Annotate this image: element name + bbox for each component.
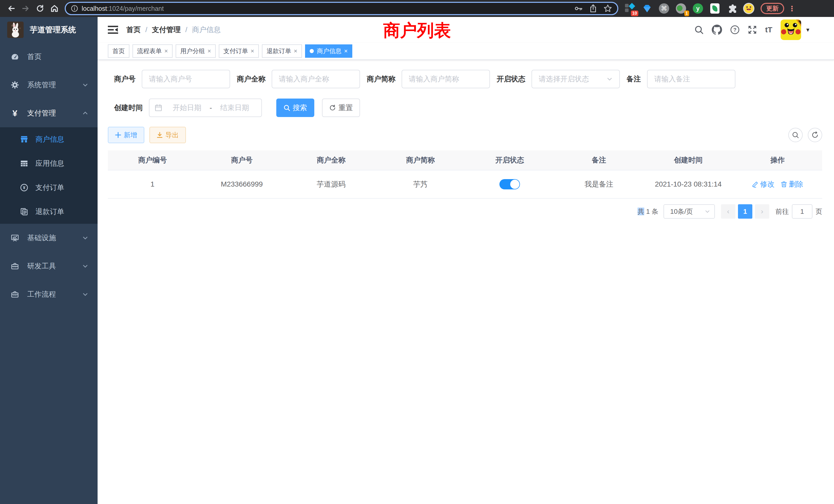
back-icon[interactable] [4,1,19,16]
sidebar-item-workflow[interactable]: 工作流程 [0,280,97,308]
info-icon[interactable] [71,5,78,12]
tab-home[interactable]: 首页 [108,44,129,58]
search-button[interactable]: 搜索 [276,98,314,117]
edit-label: 修改 [760,179,774,189]
edit-link[interactable]: 修改 [752,179,774,189]
search-button-label: 搜索 [293,103,307,113]
add-button[interactable]: 新增 [108,127,144,143]
sketch-extension-icon[interactable]: 10 [624,3,636,14]
gem-extension-icon[interactable] [641,3,653,14]
sidebar-item-infra[interactable]: 基础设施 [0,224,97,252]
user-avatar[interactable] [781,20,801,40]
font-size-icon[interactable]: tT [765,25,772,34]
cell-status [465,170,554,198]
header-actions: ? tT ▾ [694,20,809,40]
page-size-value: 10条/页 [670,207,693,216]
sidebar-item-pay-order[interactable]: ¥ 支付订单 [0,176,97,200]
close-icon[interactable]: × [164,48,168,54]
close-icon[interactable]: × [294,48,297,54]
gear-icon [10,81,20,89]
caret-down-icon[interactable]: ▾ [806,26,809,33]
profile-avatar-icon[interactable] [743,3,754,14]
hamburger-icon[interactable] [108,25,118,35]
reload-icon[interactable] [33,1,47,16]
close-icon[interactable]: × [344,48,348,54]
filter-remark: 备注 [627,70,736,88]
url-bar[interactable]: localhost:1024/pay/merchant [65,2,618,15]
delete-link[interactable]: 删除 [781,179,803,189]
page-size-select[interactable]: 10条/页 [663,204,715,219]
breadcrumb-home[interactable]: 首页 [126,25,141,35]
column-header: 操作 [733,151,822,170]
plus-icon [115,132,121,138]
close-icon[interactable]: × [207,48,211,54]
page-header: 首页 / 支付管理 / 商户信息 ? [97,17,834,43]
bookmark-star-icon[interactable] [603,4,612,13]
calendar-icon [155,104,162,112]
puzzle-extensions-icon[interactable] [726,3,738,14]
status-select[interactable]: 请选择开启状态 [531,70,620,88]
github-icon[interactable] [712,25,722,35]
home-icon[interactable] [47,1,62,16]
dashboard-icon [10,53,20,61]
sidebar-item-pay[interactable]: ¥ 支付管理 [0,99,97,127]
app-window: 芋道管理系统 首页 系统管理 ¥ 支付管理 [0,17,834,504]
fullscreen-icon[interactable] [748,25,757,35]
sidebar-item-system[interactable]: 系统管理 [0,71,97,99]
tab-merchant-info[interactable]: 商户信息 × [305,44,352,58]
tab-process-form[interactable]: 流程表单 × [132,44,173,58]
sidebar-item-label: 首页 [27,52,42,62]
export-button[interactable]: 导出 [150,127,186,143]
page-1-button[interactable]: 1 [738,204,752,219]
tab-pay-order[interactable]: 支付订单 × [219,44,259,58]
filter-create-time: 创建时间 开始日期 - 结束日期 [114,98,262,117]
status-toggle[interactable] [500,179,520,189]
refresh-table-button[interactable] [808,128,822,142]
tab-refund-order[interactable]: 退款订单 × [262,44,302,58]
export-button-label: 导出 [166,131,179,140]
full-name-input[interactable] [272,70,360,88]
merchant-no-input[interactable] [142,70,230,88]
share-icon[interactable] [589,4,597,13]
command-extension-icon[interactable]: ⌘ [658,3,670,14]
chevron-down-icon [82,235,88,241]
search-icon[interactable] [694,25,704,35]
field-label: 开启状态 [497,74,525,84]
goto-page: 前往 页 [775,204,822,219]
date-range-picker[interactable]: 开始日期 - 结束日期 [149,98,262,117]
close-icon[interactable]: × [250,48,254,54]
password-key-icon[interactable] [574,4,583,13]
rabbit-logo [7,22,24,38]
reset-button[interactable]: 重置 [322,98,360,117]
tab-user-group[interactable]: 用户分组 × [176,44,216,58]
select-placeholder: 请选择开启状态 [539,74,589,84]
short-name-input[interactable] [401,70,490,88]
prev-page-button[interactable]: ‹ [721,204,736,219]
logo-row[interactable]: 芋道管理系统 [0,17,97,43]
chrome-menu-icon[interactable]: ⋮ [788,4,795,13]
total-suffix: 条 [652,208,658,215]
sidebar: 芋道管理系统 首页 系统管理 ¥ 支付管理 [0,17,97,504]
forward-icon[interactable] [19,1,33,16]
active-dot-icon [310,49,314,53]
next-page-button[interactable]: › [755,204,769,219]
goto-page-input[interactable] [792,204,812,219]
sidebar-item-devtool[interactable]: 研发工具 [0,252,97,280]
y-extension-icon[interactable]: y [692,3,704,14]
extensions-row: 10 ⌘ 1 y [624,3,754,14]
sidebar-item-app-info[interactable]: 应用信息 [0,152,97,176]
breadcrumb-pay[interactable]: 支付管理 [152,25,181,35]
chrome-update-button[interactable]: 更新 [761,3,784,14]
remark-input[interactable] [647,70,736,88]
pencil-icon [752,181,759,188]
help-icon[interactable]: ? [730,25,740,35]
grid-table-icon [20,159,29,167]
sidebar-item-refund-order[interactable]: 退款订单 [0,200,97,224]
sidebar-item-home[interactable]: 首页 [0,43,97,71]
update-label: 更新 [766,4,778,13]
notes-extension-icon[interactable] [709,3,721,14]
filter-merchant-no: 商户号 [114,70,230,88]
sidebar-item-merchant-info[interactable]: 商户信息 [0,127,97,152]
tab-manager-extension-icon[interactable]: 1 [675,3,687,14]
show-search-button[interactable] [788,128,803,142]
